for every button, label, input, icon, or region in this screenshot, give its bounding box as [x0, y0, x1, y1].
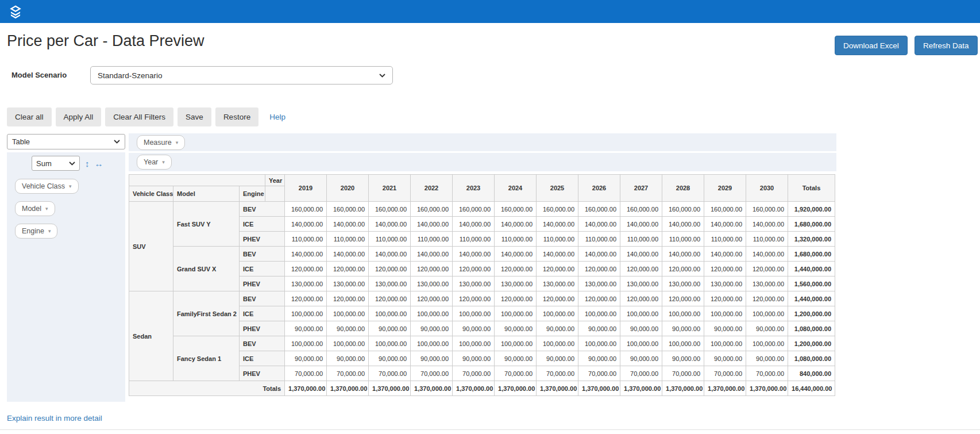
- save-button[interactable]: Save: [178, 107, 211, 126]
- chevron-down-icon: [69, 162, 75, 166]
- column-fields-area: Year ▾: [129, 153, 836, 171]
- column-total-cell: 1,370,000.00: [411, 381, 453, 396]
- engine-cell: ICE: [240, 306, 285, 321]
- value-cell: 140,000.00: [537, 247, 578, 262]
- engine-cell: PHEV: [240, 321, 285, 336]
- value-cell: 140,000.00: [746, 217, 788, 232]
- year-column-header: 2030: [746, 175, 788, 202]
- row-total-cell: 1,080,000.00: [788, 321, 835, 336]
- value-cell: 140,000.00: [495, 217, 537, 232]
- pivot-field-year[interactable]: Year ▾: [137, 155, 172, 170]
- year-column-header: 2028: [662, 175, 704, 202]
- value-cell: 120,000.00: [369, 291, 411, 306]
- value-cell: 100,000.00: [578, 306, 620, 321]
- value-cell: 120,000.00: [537, 291, 578, 306]
- renderer-select[interactable]: Table: [7, 134, 125, 149]
- value-cell: 100,000.00: [704, 336, 746, 351]
- row-total-cell: 1,200,000.00: [788, 336, 835, 351]
- value-cell: 130,000.00: [578, 276, 620, 291]
- pivot-field-measure[interactable]: Measure ▾: [137, 135, 185, 150]
- apply-all-button[interactable]: Apply All: [56, 107, 102, 126]
- value-cell: 140,000.00: [704, 217, 746, 232]
- unused-fields-area: Measure ▾: [129, 133, 836, 151]
- value-cell: 90,000.00: [662, 321, 704, 336]
- row-total-cell: 1,200,000.00: [788, 306, 835, 321]
- value-cell: 110,000.00: [453, 232, 495, 247]
- value-cell: 70,000.00: [495, 366, 537, 381]
- value-cell: 120,000.00: [662, 262, 704, 276]
- grand-total-cell: 16,440,000.00: [788, 381, 835, 396]
- clear-all-button[interactable]: Clear all: [7, 107, 52, 126]
- value-cell: 140,000.00: [285, 247, 327, 262]
- dropdown-caret-icon: ▾: [176, 140, 179, 145]
- year-column-header: 2026: [578, 175, 620, 202]
- pivot-field-vehicle-class[interactable]: Vehicle Class ▾: [15, 179, 79, 194]
- row-total-cell: 1,440,000.00: [788, 291, 835, 306]
- value-cell: 90,000.00: [704, 351, 746, 366]
- aggregator-select[interactable]: Sum: [32, 156, 80, 171]
- value-cell: 110,000.00: [578, 232, 620, 247]
- value-cell: 100,000.00: [411, 306, 453, 321]
- row-total-cell: 1,320,000.00: [788, 232, 835, 247]
- chevron-down-icon: [379, 74, 385, 78]
- value-cell: 160,000.00: [578, 202, 620, 217]
- year-column-header: 2019: [285, 175, 327, 202]
- vehicle-class-cell: Sedan: [129, 291, 173, 381]
- restore-button[interactable]: Restore: [215, 107, 258, 126]
- value-cell: 70,000.00: [411, 366, 453, 381]
- pivot-field-engine[interactable]: Engine ▾: [15, 224, 57, 239]
- value-cell: 70,000.00: [453, 366, 495, 381]
- app-window: Price per Car - Data Preview Download Ex…: [0, 0, 980, 434]
- help-link[interactable]: Help: [269, 113, 285, 121]
- column-total-cell: 1,370,000.00: [746, 381, 788, 396]
- value-cell: 160,000.00: [662, 202, 704, 217]
- year-column-header: 2022: [411, 175, 453, 202]
- engine-cell: BEV: [240, 202, 285, 217]
- engine-cell: PHEV: [240, 276, 285, 291]
- explain-result-link[interactable]: Explain result in more detail: [7, 414, 102, 423]
- value-cell: 100,000.00: [746, 336, 788, 351]
- column-total-cell: 1,370,000.00: [495, 381, 537, 396]
- value-cell: 90,000.00: [369, 321, 411, 336]
- value-cell: 90,000.00: [285, 321, 327, 336]
- value-cell: 110,000.00: [411, 232, 453, 247]
- model-scenario-select[interactable]: Standard-Szenario: [90, 66, 393, 85]
- refresh-data-button[interactable]: Refresh Data: [915, 36, 978, 55]
- value-cell: 110,000.00: [537, 232, 578, 247]
- column-total-cell: 1,370,000.00: [453, 381, 495, 396]
- clear-all-filters-button[interactable]: Clear All Filters: [105, 107, 173, 126]
- column-total-cell: 1,370,000.00: [537, 381, 578, 396]
- value-cell: 130,000.00: [495, 276, 537, 291]
- value-cell: 130,000.00: [704, 276, 746, 291]
- engine-cell: PHEV: [240, 232, 285, 247]
- value-cell: 130,000.00: [662, 276, 704, 291]
- page-title: Price per Car - Data Preview: [7, 32, 205, 50]
- value-cell: 110,000.00: [495, 232, 537, 247]
- value-cell: 90,000.00: [327, 321, 369, 336]
- value-cell: 120,000.00: [453, 291, 495, 306]
- column-order-icon[interactable]: ↔: [95, 159, 103, 168]
- column-total-cell: 1,370,000.00: [704, 381, 746, 396]
- value-cell: 90,000.00: [662, 351, 704, 366]
- row-order-icon[interactable]: ↕: [85, 159, 90, 168]
- pivot-field-label: Engine: [22, 227, 44, 235]
- year-column-header: 2021: [369, 175, 411, 202]
- value-cell: 100,000.00: [453, 306, 495, 321]
- value-cell: 130,000.00: [453, 276, 495, 291]
- value-cell: 120,000.00: [620, 262, 662, 276]
- value-cell: 100,000.00: [453, 336, 495, 351]
- value-cell: 100,000.00: [285, 306, 327, 321]
- table-row: SUVFast SUV YBEV160,000.00160,000.00160,…: [129, 202, 835, 217]
- pivot-field-label: Year: [144, 158, 158, 166]
- layers-icon[interactable]: [8, 5, 23, 20]
- pivot-field-model[interactable]: Model ▾: [15, 201, 55, 216]
- value-cell: 130,000.00: [620, 276, 662, 291]
- value-cell: 120,000.00: [327, 262, 369, 276]
- download-excel-button[interactable]: Download Excel: [835, 36, 908, 55]
- model-scenario-selected-value: Standard-Szenario: [98, 71, 163, 80]
- value-cell: 120,000.00: [411, 291, 453, 306]
- value-cell: 130,000.00: [411, 276, 453, 291]
- dropdown-caret-icon: ▾: [45, 206, 48, 212]
- value-cell: 90,000.00: [495, 321, 537, 336]
- year-column-header: 2023: [453, 175, 495, 202]
